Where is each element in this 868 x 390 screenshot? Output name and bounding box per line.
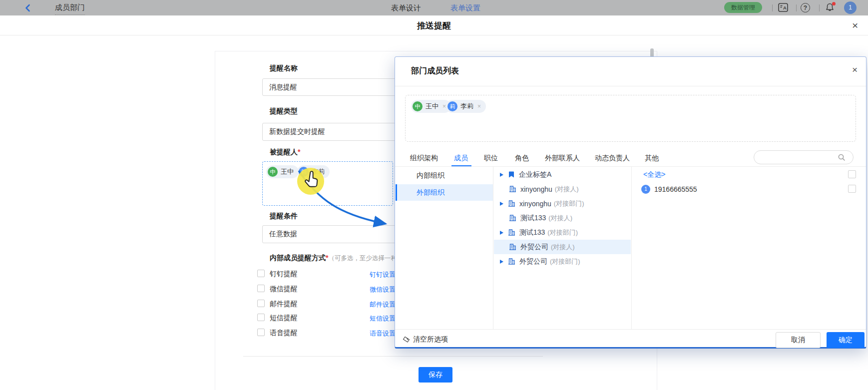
tree-row-selected[interactable]: 外贸公司(对接人) bbox=[494, 240, 631, 254]
org-group-external[interactable]: 外部组织 bbox=[417, 188, 444, 197]
building-icon bbox=[508, 200, 515, 207]
condition-input[interactable]: 任意数据 bbox=[262, 225, 401, 243]
topbar-separator bbox=[772, 4, 773, 11]
svg-text:A: A bbox=[783, 5, 787, 10]
tree-row[interactable]: xinyonghu(对接人) bbox=[494, 182, 631, 196]
modal-tab-org[interactable]: 组织架构 bbox=[410, 154, 438, 163]
modal-tab-dynamic-owner[interactable]: 动态负责人 bbox=[595, 154, 630, 163]
building-icon bbox=[509, 243, 516, 251]
bookmark-icon bbox=[508, 171, 515, 178]
help-icon[interactable]: ? bbox=[801, 3, 810, 12]
recipient-label: 被提醒人* bbox=[270, 148, 300, 157]
method-label: 邮件提醒 bbox=[270, 300, 298, 309]
back-icon[interactable] bbox=[24, 4, 32, 12]
expand-caret-icon[interactable] bbox=[500, 173, 503, 177]
tab-form-design[interactable]: 表单设计 bbox=[391, 0, 421, 15]
reminder-name-input[interactable]: 消息提醒 bbox=[262, 78, 401, 96]
reminder-type-input[interactable]: 新数据提交时提醒 bbox=[262, 123, 401, 141]
selected-member-tag[interactable]: 莉 李莉 × bbox=[446, 100, 486, 113]
member-avatar: 1 bbox=[641, 185, 650, 194]
member-list-modal: 部门成员列表 × 中 王中 × 莉 李莉 × 组织架构 成员 职位 角色 外部联… bbox=[395, 56, 867, 349]
clear-selected-button[interactable]: 清空所选项 bbox=[413, 335, 448, 344]
pane-divider bbox=[493, 166, 493, 329]
tree-row[interactable]: 企业标签A bbox=[494, 167, 631, 182]
select-all-link[interactable]: <全选> bbox=[643, 170, 665, 179]
tabs-divider bbox=[395, 166, 866, 167]
cancel-button[interactable]: 取消 bbox=[776, 332, 821, 348]
modal-tab-role[interactable]: 角色 bbox=[515, 154, 529, 163]
data-manage-button[interactable]: 数据管理 bbox=[724, 2, 762, 13]
confirm-button[interactable]: 确定 bbox=[827, 332, 865, 348]
user-avatar[interactable]: 1 bbox=[844, 1, 857, 14]
required-asterisk: * bbox=[298, 148, 300, 156]
tree-row[interactable]: 外贸公司(对接部门) bbox=[494, 254, 631, 269]
modal-footer-divider bbox=[395, 329, 866, 330]
member-avatar: 莉 bbox=[447, 101, 457, 111]
sms-settings-link[interactable]: 短信设置 bbox=[370, 314, 396, 323]
notification-badge bbox=[832, 2, 836, 5]
recipient-tag[interactable]: 中 王中 bbox=[266, 165, 299, 178]
clear-eraser-icon bbox=[402, 336, 411, 344]
tree-row[interactable]: 测试133(对接部门) bbox=[494, 225, 631, 240]
tree-row[interactable]: 测试133(对接人) bbox=[494, 211, 631, 225]
form-footer-divider bbox=[243, 356, 543, 357]
modal-close-icon[interactable]: × bbox=[852, 65, 858, 75]
topbar-separator bbox=[819, 4, 820, 11]
member-checkbox[interactable] bbox=[848, 185, 856, 193]
building-icon bbox=[509, 214, 516, 222]
pane-divider bbox=[631, 166, 632, 329]
checkbox-sms[interactable] bbox=[257, 314, 265, 321]
member-name: 19166665555 bbox=[654, 185, 697, 193]
tab-form-settings[interactable]: 表单设置 bbox=[450, 0, 480, 15]
expand-caret-icon[interactable] bbox=[500, 202, 503, 206]
checkbox-wechat[interactable] bbox=[257, 285, 265, 292]
header-divider bbox=[0, 35, 868, 35]
email-settings-link[interactable]: 邮件设置 bbox=[370, 300, 396, 309]
method-label: 短信提醒 bbox=[270, 314, 298, 323]
modal-tab-members[interactable]: 成员 bbox=[454, 154, 468, 163]
building-icon bbox=[509, 185, 516, 193]
member-avatar: 中 bbox=[268, 167, 278, 177]
reminder-type-label: 提醒类型 bbox=[270, 107, 298, 116]
checkbox-email[interactable] bbox=[257, 300, 265, 307]
modal-tab-external-contacts[interactable]: 外部联系人 bbox=[545, 154, 580, 163]
member-avatar: 中 bbox=[413, 101, 423, 111]
save-button[interactable]: 保存 bbox=[419, 367, 452, 383]
building-icon bbox=[508, 229, 515, 236]
expand-caret-icon[interactable] bbox=[500, 260, 503, 264]
modal-header-divider bbox=[395, 86, 866, 86]
voice-settings-link[interactable]: 语音设置 bbox=[370, 329, 396, 338]
method-label: 语音提醒 bbox=[270, 329, 298, 338]
checkbox-dingtalk[interactable] bbox=[257, 270, 265, 277]
org-group-active-bar bbox=[396, 184, 397, 201]
expand-caret-icon[interactable] bbox=[500, 231, 503, 235]
method-label: 钉钉提醒 bbox=[270, 270, 298, 279]
page-title: 推送提醒 bbox=[0, 20, 868, 31]
tree-row[interactable]: xinyonghu(对接部门) bbox=[494, 196, 631, 211]
wechat-settings-link[interactable]: 微信设置 bbox=[370, 285, 396, 294]
screen: 成员部门 表单设计 表单设置 数据管理 A ? 1 推送提醒 × 提醒名称 消息… bbox=[0, 0, 868, 390]
active-tab-underline bbox=[451, 165, 471, 166]
checkbox-voice[interactable] bbox=[257, 329, 265, 336]
method-label: 微信提醒 bbox=[270, 285, 298, 294]
modal-tab-other[interactable]: 其他 bbox=[645, 154, 659, 163]
modal-title: 部门成员列表 bbox=[411, 66, 459, 76]
modal-tab-position[interactable]: 职位 bbox=[484, 154, 498, 163]
building-icon bbox=[508, 258, 515, 265]
topbar-separator bbox=[796, 4, 797, 11]
remove-tag-icon[interactable]: × bbox=[477, 103, 481, 110]
org-group-internal[interactable]: 内部组织 bbox=[417, 171, 444, 180]
remove-tag-icon[interactable]: × bbox=[442, 103, 446, 110]
selected-member-tag[interactable]: 中 王中 × bbox=[411, 100, 451, 113]
docs-icon[interactable]: A bbox=[778, 2, 789, 12]
dingtalk-settings-link[interactable]: 钉钉设置 bbox=[370, 270, 396, 279]
reminder-name-label: 提醒名称 bbox=[270, 64, 298, 73]
page-close-icon[interactable]: × bbox=[852, 20, 858, 30]
cursor-highlight bbox=[297, 168, 324, 195]
form-name-breadcrumb[interactable]: 成员部门 bbox=[55, 0, 85, 15]
search-icon bbox=[838, 153, 846, 162]
select-all-checkbox[interactable] bbox=[848, 170, 856, 178]
condition-label: 提醒条件 bbox=[270, 212, 298, 221]
